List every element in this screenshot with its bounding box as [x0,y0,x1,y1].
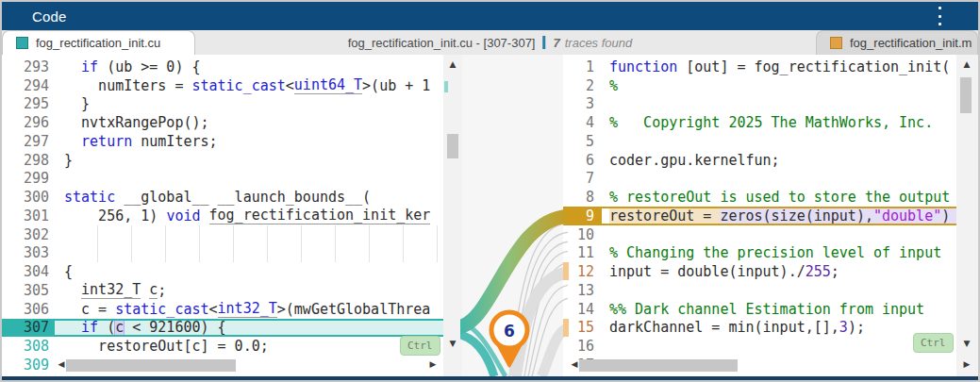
code-line-8[interactable]: 8% restoreOut is used to store the outpu… [563,188,956,207]
code-line-16[interactable]: 16 [563,337,956,356]
code-text [602,132,956,151]
code-text: coder.gpu.kernelfun; [602,151,956,170]
cuda-code-pane[interactable]: 293 if (ub >= 0) {294 numIters = static_… [2,55,443,376]
left-scroll-down-icon[interactable]: ▼ [444,336,461,351]
code-text: return numIters; [55,132,443,151]
line-number: 13 [563,281,602,300]
line-number: 7 [563,170,602,189]
line-number: 3 [563,95,602,114]
code-line-307[interactable]: 307 if (c < 921600) { [2,319,443,338]
line-number: 300 [2,188,55,207]
line-number: 6 [563,151,602,170]
code-line-301[interactable]: 301 256, 1) void fog_rectification_init_… [2,207,443,225]
bottom-border [2,376,978,380]
line-number: 14 [563,300,602,319]
code-line-10[interactable]: 10 [563,225,956,244]
trace-marker-line15[interactable] [563,319,569,337]
line-number: 5 [563,132,602,151]
code-text: nvtxRangePop(); [55,113,443,132]
code-line-294[interactable]: 294 numIters = static_cast<uint64_T>(ub … [2,76,443,95]
tab-cu-file[interactable]: fog_rectification_init.cu [2,30,195,55]
code-line-300[interactable]: 300static __global__ __launch_bounds__( [2,188,443,207]
line-number: 9 [563,208,602,224]
titlebar: Code [2,2,978,30]
code-line-11[interactable]: 11% Changing the precision level of inpu… [563,244,956,263]
code-line-299[interactable]: 299 [2,170,443,189]
ctrl-hint-left: Ctrl [400,336,440,356]
code-line-308[interactable]: 308 restoreOut[c] = 0.0; [2,337,443,356]
code-line-298[interactable]: 298} [2,151,443,170]
code-text: restoreOut[c] = 0.0; [55,337,443,356]
matlab-code-pane[interactable]: 1function [out] = fog_rectification_init… [563,55,956,376]
code-line-302[interactable]: 302 [2,225,443,244]
code-text: } [55,95,443,114]
code-text [55,170,443,189]
code-line-9[interactable]: 9restoreOut = zeros(size(input),"double"… [563,207,956,225]
code-text: c = static_cast<int32_T>(mwGetGlobalThre… [55,300,443,319]
menu-icon[interactable] [933,7,946,25]
code-line-5[interactable]: 5 [563,132,956,151]
code-text: restoreOut = zeros(size(input),"double") [602,208,956,224]
line-number: 298 [2,151,55,170]
code-text [602,281,956,300]
line-number: 302 [2,225,55,244]
line-number: 305 [2,281,55,300]
left-scroll-right-icon[interactable]: ▶ [424,357,441,372]
code-line-295[interactable]: 295 } [2,95,443,114]
line-number: 4 [563,113,602,132]
code-text: % restoreOut is used to store the output [602,188,956,207]
separator-bar [542,36,545,49]
code-text: % Copyright 2025 The MathWorks, Inc. [602,113,956,132]
code-line-2[interactable]: 2% [563,76,956,95]
left-hscroll-thumb[interactable] [66,359,236,372]
code-line-305[interactable]: 305 int32_T c; [2,281,443,300]
code-line-15[interactable]: 15darkChannel = min(input,[],3); [563,319,956,338]
code-line-293[interactable]: 293 if (ub >= 0) { [2,58,443,76]
cu-file-icon [16,37,28,49]
code-text: numIters = static_cast<uint64_T>(ub + 1 [55,76,443,95]
trace-marker-line12[interactable] [563,262,569,280]
code-line-304[interactable]: 304{ [2,262,443,281]
code-line-7[interactable]: 7 [563,170,956,189]
code-line-12[interactable]: 12input = double(input)./255; [563,262,956,281]
code-line-6[interactable]: 6coder.gpu.kernelfun; [563,151,956,170]
line-number: 11 [563,244,602,263]
line-number: 299 [2,170,55,189]
code-text: 256, 1) void fog_rectification_init_ker [55,207,443,225]
code-text [602,337,956,356]
line-number: 16 [563,337,602,356]
right-hscroll-thumb[interactable] [579,359,738,372]
line-number: 8 [563,188,602,207]
line-number: 295 [2,95,55,114]
left-vscroll-thumb[interactable] [447,134,458,158]
code-line-297[interactable]: 297 return numIters; [2,132,443,151]
code-line-1[interactable]: 1function [out] = fog_rectification_init… [563,58,956,76]
code-line-14[interactable]: 14%% Dark channel Estimation from input [563,300,956,319]
trace-count-label: traces found [565,36,633,50]
line-number: 309 [2,356,55,374]
code-text: % Changing the precision level of input [602,244,956,263]
code-line-4[interactable]: 4% Copyright 2025 The MathWorks, Inc. [563,113,956,132]
code-text: %% Dark channel Estimation from input [602,300,956,319]
code-line-3[interactable]: 3 [563,95,956,114]
left-scroll-up-icon[interactable]: ▲ [444,57,461,72]
line-number: 12 [563,262,602,281]
code-line-296[interactable]: 296 nvtxRangePop(); [2,113,443,132]
line-number: 10 [563,225,602,244]
right-scroll-up-icon[interactable]: ▲ [958,57,975,72]
trace-summary: fog_rectification_init.cu - [307-307] 7 … [348,30,633,55]
right-scroll-down-icon[interactable]: ▼ [958,336,975,351]
code-line-306[interactable]: 306 c = static_cast<int32_T>(mwGetGlobal… [2,300,443,319]
code-line-13[interactable]: 13 [563,281,956,300]
tab-m-file[interactable]: fog_rectification_init.m [816,30,978,55]
line-number: 297 [2,132,55,151]
line-number: 296 [2,113,55,132]
left-vscrollbar-track[interactable] [443,55,462,376]
code-line-303[interactable]: 303 [2,244,443,263]
code-text: if (ub >= 0) { [55,58,443,76]
right-vscroll-thumb[interactable] [960,77,972,113]
line-number: 1 [563,58,602,76]
right-scroll-right-icon[interactable]: ▶ [958,357,975,372]
code-text [602,95,956,114]
line-number: 303 [2,244,55,263]
